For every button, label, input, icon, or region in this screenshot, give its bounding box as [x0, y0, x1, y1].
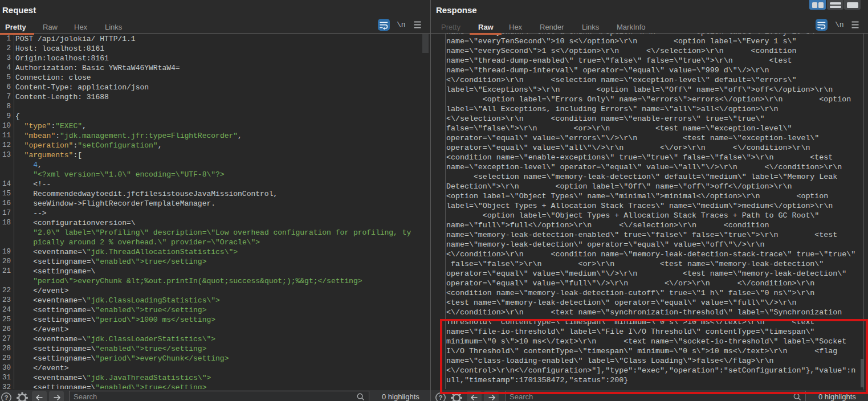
svg-text:?: ? — [4, 394, 8, 401]
svg-text:?: ? — [438, 394, 442, 401]
